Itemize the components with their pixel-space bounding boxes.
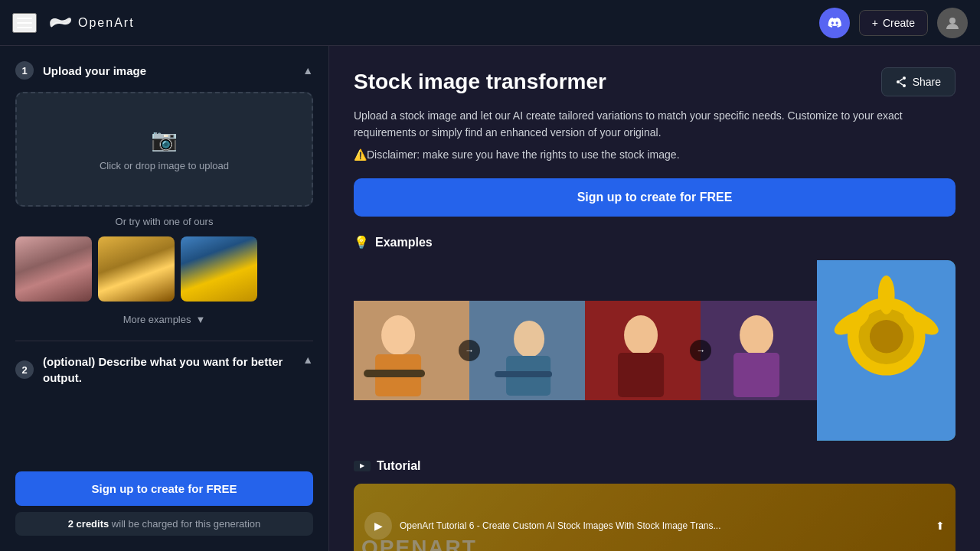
svg-point-23 bbox=[870, 320, 903, 354]
example1-after bbox=[469, 301, 585, 400]
step1-chevron-icon: ▲ bbox=[302, 64, 313, 77]
logo-text: OpenArt bbox=[78, 16, 135, 30]
right-header: Stock image transformer Share bbox=[354, 67, 956, 96]
svg-line-4 bbox=[900, 79, 903, 81]
svg-point-7 bbox=[381, 315, 415, 355]
share-label: Share bbox=[913, 76, 941, 88]
page-title: Stock image transformer bbox=[354, 70, 606, 94]
step2-number: 2 bbox=[15, 360, 34, 379]
create-label: Create bbox=[883, 17, 915, 29]
left-bottom: Sign up to create for FREE 2 credits wil… bbox=[15, 471, 313, 536]
discord-button[interactable] bbox=[819, 8, 850, 38]
example1-before bbox=[354, 301, 469, 400]
credits-suffix: will be charged for this generation bbox=[112, 518, 260, 530]
arrow-right-icon: → bbox=[459, 340, 480, 361]
step1-title: Upload your image bbox=[43, 64, 146, 77]
example-single bbox=[817, 260, 956, 441]
or-text: Or try with one of ours bbox=[15, 216, 313, 227]
right-panel: Stock image transformer Share Upload a s… bbox=[329, 46, 980, 551]
svg-point-15 bbox=[624, 315, 658, 355]
play-icon: ▶ bbox=[374, 520, 383, 532]
share-button[interactable]: Share bbox=[881, 67, 956, 96]
example3 bbox=[817, 260, 956, 441]
more-examples-button[interactable]: More examples ▼ bbox=[15, 311, 313, 328]
arrow-right-icon-2: → bbox=[690, 340, 711, 361]
sample-image-1[interactable] bbox=[15, 236, 92, 302]
examples-row: → bbox=[354, 260, 956, 441]
menu-button[interactable] bbox=[12, 13, 37, 33]
step2-header[interactable]: 2 (optional) Describe what you want for … bbox=[15, 354, 313, 386]
left-panel: 1 Upload your image ▲ 📷 Click or drop im… bbox=[0, 46, 329, 551]
step2-chevron-icon: ▲ bbox=[302, 354, 313, 366]
svg-point-11 bbox=[514, 321, 544, 357]
svg-rect-19 bbox=[734, 353, 780, 397]
header: OpenArt + Create bbox=[0, 0, 980, 46]
svg-point-18 bbox=[740, 315, 774, 355]
signup-button-left[interactable]: Sign up to create for FREE bbox=[15, 471, 313, 506]
tutorial-header: ▶ Tutorial bbox=[354, 459, 956, 473]
upload-box[interactable]: 📷 Click or drop image to upload bbox=[15, 92, 313, 207]
header-right: + Create bbox=[819, 8, 968, 38]
sample-image-2[interactable] bbox=[98, 236, 175, 302]
examples-section-header: 💡 Examples bbox=[354, 235, 956, 249]
main-layout: 1 Upload your image ▲ 📷 Click or drop im… bbox=[0, 46, 980, 551]
example-pair-1: → bbox=[354, 260, 585, 441]
signup-button-right[interactable]: Sign up to create for FREE bbox=[354, 178, 956, 217]
description-text: Upload a stock image and let our AI crea… bbox=[354, 107, 956, 142]
step1-number: 1 bbox=[15, 61, 34, 80]
tutorial-section: ▶ Tutorial OPENART ▶ OpenArt Tutorial 6 … bbox=[354, 459, 956, 551]
credits-notice: 2 credits will be charged for this gener… bbox=[15, 512, 313, 536]
example-pair-2: → bbox=[585, 260, 816, 441]
header-left: OpenArt bbox=[12, 13, 135, 33]
video-title: OpenArt Tutorial 6 - Create Custom AI St… bbox=[400, 520, 928, 531]
avatar-button[interactable] bbox=[937, 8, 968, 38]
upload-text: Click or drop image to upload bbox=[100, 160, 229, 171]
svg-point-0 bbox=[949, 18, 956, 24]
svg-point-24 bbox=[877, 276, 894, 315]
plus-icon: + bbox=[872, 17, 878, 29]
divider bbox=[15, 341, 313, 341]
svg-rect-16 bbox=[618, 353, 664, 397]
examples-icon: 💡 bbox=[354, 235, 369, 249]
svg-rect-9 bbox=[364, 370, 425, 377]
camera-icon: 📷 bbox=[151, 127, 178, 152]
credits-bold: 2 credits bbox=[68, 518, 109, 530]
svg-point-2 bbox=[897, 80, 900, 83]
sample-images-row bbox=[15, 236, 313, 302]
examples-title: Examples bbox=[375, 236, 433, 249]
svg-line-5 bbox=[900, 83, 903, 85]
sample-image-3[interactable] bbox=[181, 236, 257, 302]
tutorial-video-icon: ▶ bbox=[354, 461, 371, 471]
svg-point-1 bbox=[903, 77, 906, 80]
create-button[interactable]: + Create bbox=[859, 10, 928, 36]
upload-section: 📷 Click or drop image to upload Or try w… bbox=[15, 92, 313, 328]
video-title-bar: ▶ OpenArt Tutorial 6 - Create Custom AI … bbox=[354, 484, 956, 551]
tutorial-title: Tutorial bbox=[377, 459, 420, 473]
video-share-icon[interactable]: ⬆ bbox=[936, 520, 945, 532]
openart-logo-icon bbox=[47, 15, 72, 31]
disclaimer-text: ⚠️Disclaimer: make sure you have the rig… bbox=[354, 146, 956, 163]
example2-before bbox=[585, 301, 701, 400]
more-examples-label: More examples bbox=[123, 314, 191, 325]
video-play-button[interactable]: ▶ bbox=[364, 512, 392, 540]
step2-title: (optional) Describe what you want for be… bbox=[43, 354, 302, 386]
svg-point-3 bbox=[903, 84, 906, 87]
chevron-down-icon: ▼ bbox=[196, 314, 206, 325]
example2-after bbox=[701, 301, 816, 400]
step1-header[interactable]: 1 Upload your image ▲ bbox=[15, 61, 313, 80]
svg-rect-13 bbox=[495, 371, 552, 377]
video-container[interactable]: OPENART ▶ OpenArt Tutorial 6 - Create Cu… bbox=[354, 484, 956, 551]
logo-area: OpenArt bbox=[47, 15, 135, 31]
share-icon bbox=[896, 77, 906, 87]
